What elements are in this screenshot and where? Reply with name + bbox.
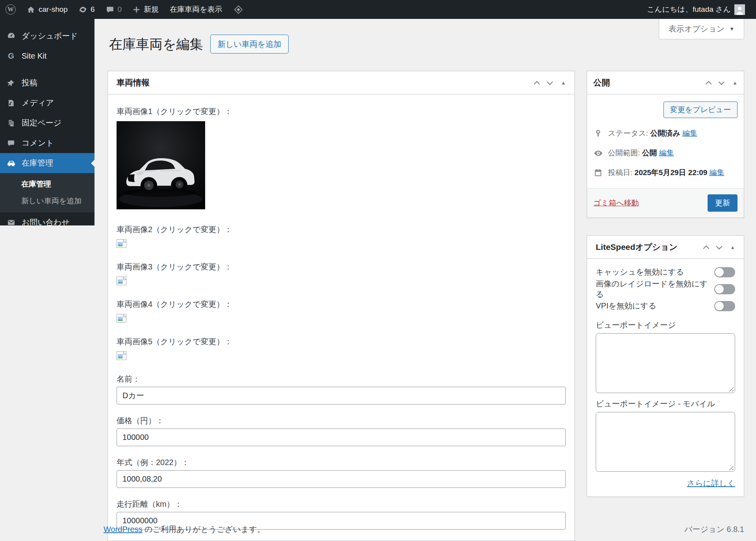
broken-image-icon[interactable] [117,239,126,248]
admin-bar-right: こんにちは、futada さん [641,0,756,19]
price-input[interactable] [117,428,566,446]
vehicle-image-5-section: 車両画像5（クリックで変更）： [117,336,566,360]
sidebar-label-site-kit: Site Kit [22,52,46,61]
add-new-vehicle-button[interactable]: 新しい車両を追加 [210,35,289,54]
sidebar-item-comments[interactable]: コメント [0,133,94,153]
sidebar-item-media[interactable]: メディア [0,93,94,113]
disable-lazyload-row: 画像のレイジロードを無効にする [596,281,735,297]
screen-options-tab[interactable]: 表示オプション ▼ [659,19,744,39]
calendar-icon [593,168,603,177]
comments-icon [106,6,114,14]
collapse-panel-icon[interactable]: ▲ [730,244,735,250]
vehicle-image-2-section: 車両画像2（クリックで変更）： [117,224,566,248]
collapse-panel-icon[interactable]: ▲ [561,80,566,86]
vehicle-image-1[interactable] [117,121,205,209]
visibility-value: 公開 [642,149,657,157]
viewport-image-label: ビューポートイメージ [596,320,735,331]
learn-more-link[interactable]: さらに詳しく [687,479,735,487]
viewport-image-mobile-textarea[interactable] [596,412,735,472]
move-down-icon[interactable] [716,243,723,249]
greeting-text: こんにちは、futada さん [647,4,731,15]
disable-vpi-row: VPIを無効にする [596,297,735,314]
sidebar-item-dashboard[interactable]: ダッシュボード [0,26,94,46]
sidebar-label-pages: 固定ページ [22,118,61,128]
broken-image-icon[interactable] [117,351,126,360]
disable-vpi-toggle[interactable] [714,301,735,311]
move-up-icon[interactable] [534,81,540,87]
updates-link[interactable]: 6 [73,0,100,19]
edit-status-link[interactable]: 編集 [682,129,697,137]
avatar [734,4,745,15]
vehicle-panel-body: 車両画像1（クリックで変更）： [108,94,574,541]
litespeed-menu[interactable] [228,0,249,19]
comments-count: 0 [118,5,122,14]
disable-lazyload-toggle[interactable] [714,284,735,294]
sidebar-item-inventory[interactable]: 在庫管理 [0,153,94,173]
preview-changes-button[interactable]: 変更をプレビュー [663,102,737,118]
new-content-menu[interactable]: 新規 [127,0,164,19]
year-input[interactable] [117,470,566,488]
sidebar-item-pages[interactable]: 固定ページ [0,113,94,133]
move-up-icon[interactable] [706,81,712,87]
vehicle-image-3-section: 車両画像3（クリックで変更）： [117,262,566,285]
vehicle-image-2-label: 車両画像2（クリックで変更）： [117,224,566,235]
admin-bar-left: W car-shop 6 0 新規 在庫車両を表示 [0,0,249,19]
submenu-item-inventory-list[interactable]: 在庫管理 [0,175,94,192]
inventory-submenu: 在庫管理 新しい車両を追加 [0,173,94,212]
visibility-label: 公開範囲: [608,149,640,157]
sidebar-label-media: メディア [22,98,54,108]
wordpress-link[interactable]: WordPress [104,525,143,534]
viewport-image-mobile-label: ビューポートイメージ - モバイル [596,399,735,409]
vehicle-panel-header: 車両情報 ▲ [108,71,574,94]
publish-panel: 公開 ▲ 変更をプレビュー [587,71,744,218]
sidebar-item-contact[interactable]: お問い合わせ [0,212,94,225]
sidebar-item-posts[interactable]: 投稿 [0,73,94,93]
footer-thanks-rest: のご利用ありがとうございます。 [143,525,265,534]
comments-link[interactable]: 0 [100,0,128,19]
name-field-group: 名前： [117,374,566,404]
admin-footer: WordPress のご利用ありがとうございます。 バージョン 6.8.1 [94,524,756,535]
broken-image-icon[interactable] [117,277,126,285]
name-input[interactable] [117,387,566,404]
footer-version: バージョン 6.8.1 [684,524,744,535]
sidebar-label-posts: 投稿 [22,78,37,88]
my-account-menu[interactable]: こんにちは、futada さん [641,0,750,19]
view-post-label: 在庫車両を表示 [170,4,222,15]
main-content: 在庫車両を編集 新しい車両を追加 車両情報 ▲ 車両画像1（クリ [94,19,756,541]
publish-panel-body: 変更をプレビュー ステータス: 公開済み 編集 [587,94,744,183]
view-post-link[interactable]: 在庫車両を表示 [164,0,228,19]
sidebar-label-comments: コメント [22,138,54,148]
move-down-icon[interactable] [547,79,553,85]
footer-thanks: WordPress のご利用ありがとうございます。 [104,524,265,535]
edit-visibility-link[interactable]: 編集 [659,149,674,157]
vehicle-image-1-label: 車両画像1（クリックで変更）： [117,106,566,117]
wordpress-logo-menu[interactable]: W [0,0,21,19]
publish-panel-footer: ゴミ箱へ移動 更新 [587,188,744,218]
mileage-label: 走行距離（km）： [117,499,566,510]
vehicle-image-4-section: 車両画像4（クリックで変更）： [117,299,566,323]
move-down-icon[interactable] [719,79,725,85]
sidebar-label-dashboard: ダッシュボード [22,31,78,41]
submenu-label-inventory-list: 在庫管理 [21,179,51,189]
broken-image-icon[interactable] [117,314,126,323]
update-button[interactable]: 更新 [708,194,737,212]
screen-options-label: 表示オプション [669,24,724,34]
submenu-item-add-vehicle[interactable]: 新しい車両を追加 [0,192,94,209]
status-row: ステータス: 公開済み 編集 [593,124,737,143]
price-label: 価格（円）： [117,415,566,426]
viewport-image-textarea[interactable] [596,333,735,393]
wordpress-logo-icon: W [6,4,16,15]
vehicle-image-3-label: 車両画像3（クリックで変更）： [117,262,566,272]
move-to-trash-link[interactable]: ゴミ箱へ移動 [593,198,639,208]
sidebar-item-site-kit[interactable]: G Site Kit [0,46,94,66]
move-up-icon[interactable] [703,245,710,251]
comment-icon [5,139,17,147]
new-label: 新規 [144,4,159,15]
site-kit-icon: G [5,52,17,61]
edit-date-link[interactable]: 編集 [710,168,724,177]
panel-handle-actions: ▲ [535,79,566,86]
collapse-panel-icon[interactable]: ▲ [732,80,737,86]
date-row: 投稿日: 2025年5月29日 22:09 編集 [593,163,737,183]
disable-cache-toggle[interactable] [714,267,735,277]
site-name-link[interactable]: car-shop [21,0,73,19]
